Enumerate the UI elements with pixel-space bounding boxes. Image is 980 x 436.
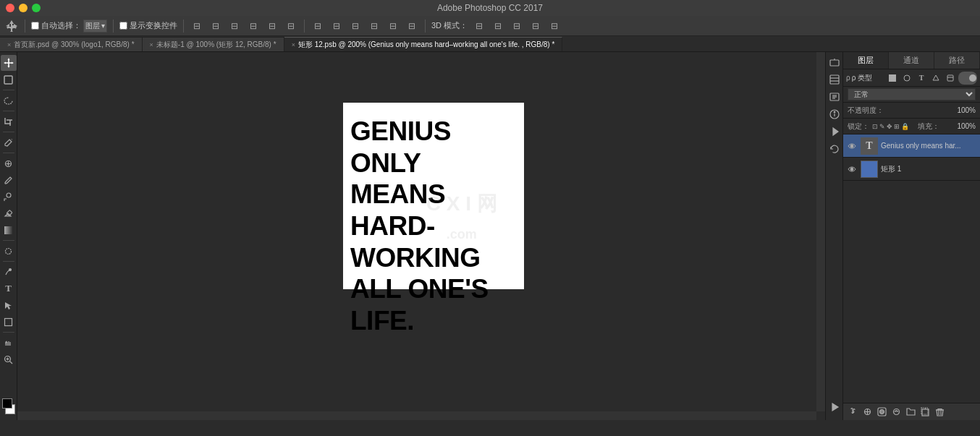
distribute-left-icon[interactable]: ⊟ <box>311 19 325 33</box>
color-swatches[interactable] <box>1 398 17 414</box>
select-tool[interactable] <box>1 72 17 87</box>
layers-actions-bar <box>843 403 980 420</box>
move-tool-icon[interactable] <box>4 19 19 33</box>
svg-rect-9 <box>4 226 12 234</box>
foreground-color-swatch[interactable] <box>2 398 12 409</box>
svg-point-10 <box>6 248 12 254</box>
layer-eye-shape[interactable] <box>846 163 858 175</box>
info-icon[interactable] <box>827 107 842 121</box>
link-layers-btn[interactable] <box>846 406 859 419</box>
distribute-right-icon[interactable]: ⊟ <box>348 19 363 33</box>
play-button[interactable] <box>829 401 840 414</box>
distribute-top-icon[interactable]: ⊟ <box>367 19 381 33</box>
lock-image-icon[interactable]: ✎ <box>879 123 885 130</box>
move-tool[interactable] <box>1 55 17 71</box>
transform-checkbox[interactable] <box>119 22 127 30</box>
filter-adjust-icon[interactable] <box>900 72 913 85</box>
add-mask-btn[interactable] <box>875 406 888 419</box>
align-center-v-icon[interactable]: ⊟ <box>265 19 279 33</box>
align-right-icon[interactable]: ⊟ <box>227 19 242 33</box>
actions-icon[interactable] <box>827 124 842 139</box>
lock-position-icon[interactable]: ✥ <box>887 123 892 130</box>
filter-smart-icon[interactable] <box>944 72 957 85</box>
3d-mode-icon[interactable]: ⊟ <box>472 19 486 33</box>
bottom-scrollbar[interactable] <box>17 411 816 420</box>
tab-close-genius[interactable]: × <box>292 41 295 48</box>
svg-marker-30 <box>832 403 838 411</box>
gradient-tool[interactable] <box>1 222 17 238</box>
close-button[interactable] <box>6 4 14 12</box>
brush-tool[interactable] <box>1 172 17 188</box>
history-icon[interactable] <box>827 142 842 156</box>
3d-mode2-icon[interactable]: ⊟ <box>491 19 505 33</box>
tool-divider5 <box>3 240 14 241</box>
pen-tool[interactable] <box>1 264 17 280</box>
tool-divider7 <box>3 332 14 333</box>
tab-close-homepage[interactable]: × <box>7 41 11 48</box>
svg-rect-17 <box>830 60 839 66</box>
align-left-icon[interactable]: ⊟ <box>190 19 204 33</box>
filter-type-icon[interactable]: T <box>915 72 928 85</box>
align-top-icon[interactable]: ⊟ <box>246 19 261 33</box>
lock-all-icon[interactable]: 🔒 <box>901 123 909 130</box>
new-layer-btn[interactable] <box>918 406 932 419</box>
3d-mode5-icon[interactable]: ⊟ <box>547 19 562 33</box>
zoom-tool[interactable] <box>1 351 17 367</box>
crop-tool[interactable] <box>1 114 17 129</box>
lock-artboards-icon[interactable]: ⊞ <box>894 123 900 130</box>
text-tool[interactable]: T <box>1 281 17 296</box>
shape-tool[interactable] <box>1 314 17 330</box>
distribute-bottom-icon[interactable]: ⊟ <box>405 19 419 33</box>
3d-mode3-icon[interactable]: ⊟ <box>510 19 524 33</box>
adjustments-icon[interactable] <box>827 55 842 69</box>
tab-untitled[interactable]: × 未标题-1 @ 100% (矩形 12, RGB/8) * <box>143 37 284 51</box>
new-group-btn[interactable] <box>904 406 917 419</box>
3d-mode4-icon[interactable]: ⊟ <box>528 19 543 33</box>
lock-transparent-icon[interactable]: ⊡ <box>872 123 878 130</box>
tab-layers[interactable]: 图层 <box>843 52 889 69</box>
tool-divider2 <box>3 111 14 111</box>
filter-pixel-icon[interactable] <box>886 72 899 85</box>
svg-point-28 <box>834 111 835 113</box>
tab-paths[interactable]: 路径 <box>934 52 980 69</box>
layer-thumb-shape <box>861 161 878 178</box>
add-adjustment-btn[interactable] <box>890 406 903 419</box>
libraries-icon[interactable] <box>827 72 842 87</box>
distribute-center-v-icon[interactable]: ⊟ <box>386 19 400 33</box>
eraser-tool[interactable] <box>1 205 17 221</box>
right-scrollbar[interactable] <box>816 52 825 411</box>
auto-select-checkbox[interactable] <box>31 22 39 30</box>
svg-line-3 <box>12 139 12 140</box>
options-bar: 自动选择： 图层 ▾ 显示变换控件 ⊟ ⊟ ⊟ ⊟ ⊟ ⊟ ⊟ ⊟ ⊟ ⊟ ⊟ … <box>0 16 980 36</box>
healing-tool[interactable] <box>1 155 17 171</box>
minimize-button[interactable] <box>19 4 28 12</box>
filter-toggle[interactable] <box>958 72 977 85</box>
align-center-h-icon[interactable]: ⊟ <box>208 19 223 33</box>
layer-eye-text[interactable] <box>846 140 858 152</box>
lasso-tool[interactable] <box>1 93 17 108</box>
hand-tool[interactable] <box>1 335 17 351</box>
main-layout: T <box>0 52 980 420</box>
layer-dropdown[interactable]: 图层 ▾ <box>83 20 107 33</box>
tab-channels[interactable]: 通道 <box>889 52 934 69</box>
align-bottom-icon[interactable]: ⊟ <box>284 19 298 33</box>
eyedropper-tool[interactable] <box>1 134 17 150</box>
opacity-row: 不透明度： 100% <box>843 103 980 119</box>
layer-item-shape[interactable]: 矩形 1 <box>843 158 980 181</box>
tab-genius[interactable]: × 矩形 12.psb @ 200% (Genius only means ha… <box>284 37 563 51</box>
tab-homepage[interactable]: × 首页新.psd @ 300% (logo1, RGB/8) * <box>0 37 143 51</box>
tool-divider1 <box>3 90 14 90</box>
maximize-button[interactable] <box>32 4 41 12</box>
tab-close-untitled[interactable]: × <box>150 41 153 48</box>
blur-tool[interactable] <box>1 243 17 259</box>
layer-style-btn[interactable] <box>861 406 874 419</box>
layer-item-text[interactable]: T Genius only means har... <box>843 134 980 158</box>
layer-comps-icon[interactable] <box>827 90 842 104</box>
blend-mode-dropdown[interactable]: 正常 <box>848 88 976 101</box>
distribute-center-h-icon[interactable]: ⊟ <box>329 19 344 33</box>
filter-shape-icon[interactable] <box>929 72 942 85</box>
clone-tool[interactable] <box>1 189 17 205</box>
path-select-tool[interactable] <box>1 297 17 313</box>
delete-layer-btn[interactable] <box>933 406 946 419</box>
canvas-area: C X I 网.com GENIUSONLY MEANSHARD-WORKING… <box>17 52 825 420</box>
